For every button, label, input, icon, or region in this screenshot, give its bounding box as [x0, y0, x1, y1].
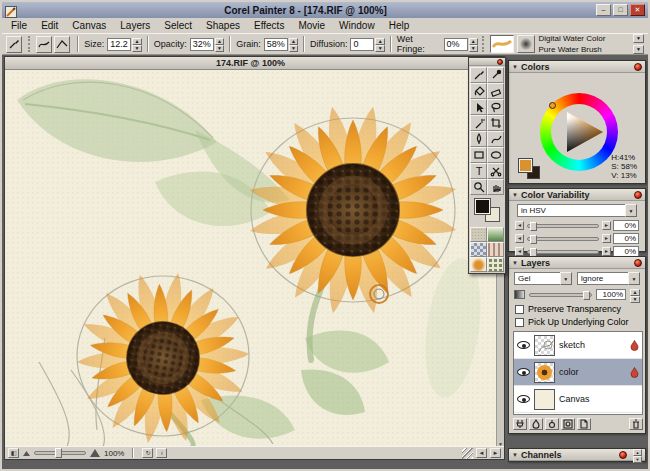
toolbox-title-bar[interactable] — [469, 58, 505, 66]
layer-opacity-slider[interactable] — [529, 293, 592, 297]
straight-stroke-button[interactable] — [54, 36, 70, 53]
size-spinner[interactable]: ▲▼ — [132, 38, 141, 51]
collapse-icon[interactable]: ▼ — [512, 452, 518, 458]
size-field[interactable]: 12.2 — [107, 38, 131, 51]
paint-bucket-tool[interactable] — [470, 83, 487, 99]
dropper-tool[interactable] — [487, 67, 504, 83]
brush-selector-grip[interactable] — [482, 36, 486, 52]
scroll-down-icon[interactable]: ▼ — [633, 456, 642, 463]
scroll-right-button[interactable]: ► — [490, 448, 501, 458]
panel-scroll-arrows[interactable]: ▲ ▼ — [633, 449, 642, 460]
zoom-slider-thumb[interactable] — [55, 448, 62, 458]
saturation-variability-value[interactable]: 0% — [613, 233, 639, 244]
pick-up-underlying-label[interactable]: Pick Up Underlying Color — [528, 317, 629, 327]
pattern-selector[interactable] — [470, 242, 487, 257]
color-variability-header[interactable]: ▼ Color Variability — [509, 189, 645, 201]
chevron-down-icon[interactable]: ▼ — [628, 272, 640, 285]
zoom-out-icon[interactable] — [22, 449, 31, 457]
new-watercolor-layer-button[interactable] — [529, 418, 543, 430]
rect-shape-tool[interactable] — [470, 147, 487, 163]
crop-tool[interactable] — [487, 115, 504, 131]
freehand-stroke-button[interactable] — [36, 36, 52, 53]
preserve-transparency-row[interactable]: Preserve Transparency — [509, 300, 645, 314]
pick-up-row[interactable]: Pick Up Underlying Color — [509, 314, 645, 327]
layer-row-canvas[interactable]: Canvas — [514, 386, 642, 413]
channels-panel-header[interactable]: ▼ Channels ▲ ▼ — [509, 449, 645, 461]
magic-wand-tool[interactable] — [470, 115, 487, 131]
menu-edit[interactable]: Edit — [41, 20, 58, 31]
new-layer-mask-button[interactable] — [561, 418, 575, 430]
menu-window[interactable]: Window — [339, 20, 375, 31]
spin-down-icon[interactable]: ▼ — [132, 45, 141, 52]
collapse-icon[interactable]: ▼ — [512, 260, 518, 266]
preserve-transparency-checkbox[interactable] — [515, 305, 524, 314]
toolbar-grip[interactable] — [28, 36, 32, 52]
scroll-right-icon[interactable]: ► — [602, 221, 611, 230]
scroll-right-icon[interactable]: ► — [602, 234, 611, 243]
menu-layers[interactable]: Layers — [120, 20, 150, 31]
slider-thumb[interactable] — [530, 222, 537, 231]
rotate-page-button[interactable]: ↻ — [142, 448, 153, 458]
text-tool[interactable]: T — [470, 163, 487, 179]
zoom-in-icon[interactable] — [89, 448, 101, 458]
hue-variability-value[interactable]: 0% — [613, 220, 639, 231]
page-info-button[interactable]: i — [156, 448, 167, 458]
hue-variability-slider[interactable] — [527, 224, 599, 228]
new-liquid-ink-layer-button[interactable] — [545, 418, 559, 430]
color-variability-menu-button[interactable] — [634, 191, 642, 199]
saturation-variability-slider[interactable] — [527, 237, 599, 241]
layer-opacity-value[interactable]: 100% — [596, 289, 626, 300]
value-variability-slider[interactable] — [527, 250, 599, 254]
opacity-spinner[interactable]: ▲▼ — [215, 38, 224, 51]
scroll-left-button[interactable]: ◄ — [476, 448, 487, 458]
main-color-selector[interactable] — [471, 197, 503, 225]
scissors-tool[interactable] — [487, 163, 504, 179]
spin-down-icon[interactable]: ▼ — [469, 45, 478, 52]
diffusion-field[interactable]: 0 — [350, 38, 374, 51]
menu-file[interactable]: File — [11, 20, 27, 31]
menu-shapes[interactable]: Shapes — [206, 20, 240, 31]
paper-selector[interactable] — [470, 227, 487, 242]
spin-up-icon[interactable]: ▲ — [215, 38, 224, 45]
visibility-eye-icon[interactable] — [517, 395, 530, 403]
canvas-area[interactable] — [5, 70, 504, 447]
look-selector[interactable] — [470, 257, 487, 272]
title-bar[interactable]: Corel Painter 8 - [174.RIF @ 100%] – □ ✕ — [2, 2, 648, 18]
menu-help[interactable]: Help — [389, 20, 410, 31]
close-button[interactable]: ✕ — [630, 4, 645, 16]
composite-method-dropdown[interactable]: Gel ▼ — [514, 272, 572, 285]
colors-menu-button[interactable] — [634, 63, 642, 71]
pen-tool[interactable] — [470, 131, 487, 147]
scroll-left-icon[interactable]: ◄ — [515, 247, 524, 256]
maximize-button[interactable]: □ — [613, 4, 628, 16]
menu-select[interactable]: Select — [164, 20, 192, 31]
delete-layer-button[interactable] — [629, 418, 643, 430]
spin-down-icon[interactable]: ▼ — [289, 45, 298, 52]
preserve-transparency-label[interactable]: Preserve Transparency — [528, 304, 621, 314]
spin-up-icon[interactable]: ▲ — [375, 38, 384, 45]
dynamic-plugins-button[interactable] — [513, 418, 527, 430]
new-layer-button[interactable] — [577, 418, 591, 430]
eraser-tool[interactable] — [487, 83, 504, 99]
opacity-field[interactable]: 32% — [190, 38, 214, 51]
pick-up-underlying-checkbox[interactable] — [515, 318, 524, 327]
menu-effects[interactable]: Effects — [254, 20, 284, 31]
opacity-spinner[interactable]: ▲▼ — [630, 289, 640, 300]
grain-spinner[interactable]: ▲▼ — [289, 38, 298, 51]
scroll-right-icon[interactable]: ► — [602, 247, 611, 256]
quick-curve-tool[interactable] — [487, 131, 504, 147]
status-drawer-button[interactable]: ◧ — [8, 448, 19, 458]
visibility-eye-icon[interactable] — [517, 341, 530, 349]
brush-dab-button[interactable] — [517, 35, 534, 53]
scroll-left-icon[interactable]: ◄ — [515, 221, 524, 230]
grain-field[interactable]: 58% — [264, 38, 288, 51]
spin-down-icon[interactable]: ▼ — [375, 45, 384, 52]
spin-down-icon[interactable]: ▼ — [215, 45, 224, 52]
stroke-preview[interactable] — [490, 35, 515, 53]
menu-movie[interactable]: Movie — [298, 20, 325, 31]
spin-up-icon[interactable]: ▲ — [469, 38, 478, 45]
primary-color-swatch[interactable] — [475, 199, 490, 214]
wet-fringe-field[interactable]: 0% — [444, 38, 468, 51]
brush-category-selector[interactable]: Digital Water Color ▼ — [539, 34, 645, 44]
diffusion-spinner[interactable]: ▲▼ — [375, 38, 384, 51]
